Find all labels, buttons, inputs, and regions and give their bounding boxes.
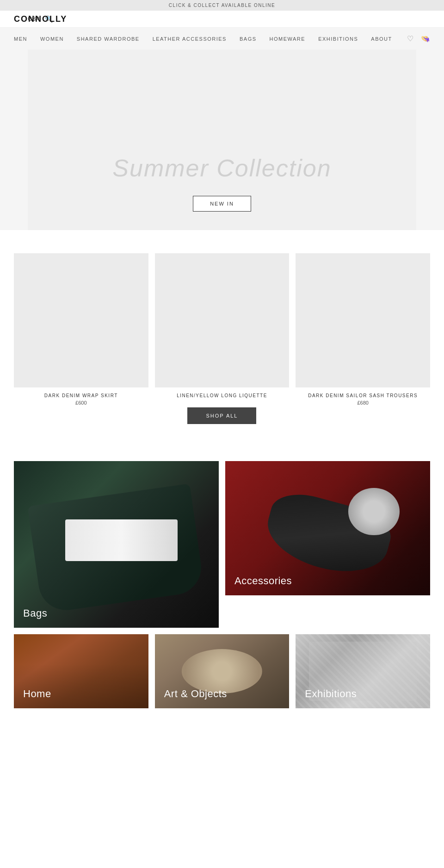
product-image-1[interactable]	[14, 253, 148, 387]
product-card-2: LINEN/YELLOW LONG LIQUETTE SHOP ALL	[155, 253, 290, 424]
nav-icons: ♡ 👒	[407, 34, 430, 43]
nav-item-men[interactable]: MEN	[14, 36, 27, 42]
nav-item-bags[interactable]: BAGS	[240, 36, 257, 42]
category-label-accessories: Accessories	[225, 567, 301, 595]
header-left: CONNOLLY GBP 🔍	[14, 15, 53, 23]
category-label-bags: Bags	[14, 599, 56, 628]
shop-all-button[interactable]: SHOP ALL	[187, 407, 256, 424]
category-label-art-objects: Art & Objects	[155, 680, 236, 708]
product-image-2[interactable]	[155, 253, 290, 387]
categories-section: Bags Accessories Home Art & Objects Exhi…	[0, 443, 444, 718]
product-card-1: DARK DENIM WRAP SKIRT £600	[14, 253, 148, 424]
nav-item-exhibitions[interactable]: EXHIBITIONS	[318, 36, 358, 42]
featured-categories-row: Bags Accessories	[14, 461, 430, 628]
category-card-bags[interactable]: Bags	[14, 461, 219, 628]
category-card-exhibitions[interactable]: Exhibitions	[296, 634, 430, 708]
product-name-2: LINEN/YELLOW LONG LIQUETTE	[177, 393, 267, 398]
cart-icon[interactable]: 👒	[421, 34, 430, 43]
logo[interactable]: CONNOLLY	[14, 14, 67, 24]
header: CONNOLLY GBP 🔍	[0, 11, 444, 28]
category-card-art-objects[interactable]: Art & Objects	[155, 634, 290, 708]
hero-title: Summer Collection	[112, 154, 331, 182]
products-grid: DARK DENIM WRAP SKIRT £600 LINEN/YELLOW …	[14, 253, 430, 424]
top-bar-message: CLICK & COLLECT AVAILABLE ONLINE	[169, 3, 275, 8]
nav-bar: MEN WOMEN SHARED WARDROBE LEATHER ACCESS…	[14, 28, 430, 50]
bottom-categories-row: Home Art & Objects Exhibitions	[14, 634, 430, 708]
category-card-home[interactable]: Home	[14, 634, 148, 708]
nav-wrapper: MEN WOMEN SHARED WARDROBE LEATHER ACCESS…	[0, 28, 444, 230]
hero-banner: Summer Collection NEW IN	[28, 50, 416, 230]
nav-item-about[interactable]: ABOUT	[371, 36, 392, 42]
category-label-exhibitions: Exhibitions	[296, 680, 366, 708]
products-section: DARK DENIM WRAP SKIRT £600 LINEN/YELLOW …	[0, 230, 444, 443]
product-name-3: DARK DENIM SAILOR SASH TROUSERS	[308, 393, 418, 398]
product-name-1: DARK DENIM WRAP SKIRT	[44, 393, 118, 398]
nav-item-shared-wardrobe[interactable]: SHARED WARDROBE	[77, 36, 140, 42]
product-card-3: DARK DENIM SAILOR SASH TROUSERS £680	[296, 253, 430, 424]
product-price-1: £600	[75, 400, 86, 406]
nav-item-homeware[interactable]: HOMEWARE	[270, 36, 306, 42]
product-image-3[interactable]	[296, 253, 430, 387]
nav-links: MEN WOMEN SHARED WARDROBE LEATHER ACCESS…	[14, 36, 392, 42]
nav-item-leather-accessories[interactable]: LEATHER ACCESSORIES	[153, 36, 227, 42]
nav-item-women[interactable]: WOMEN	[40, 36, 64, 42]
account-icon[interactable]: ♡	[407, 34, 413, 43]
category-label-home: Home	[14, 680, 61, 708]
hero-cta-button[interactable]: NEW IN	[193, 196, 251, 212]
product-price-3: £680	[357, 400, 368, 406]
category-card-accessories[interactable]: Accessories	[225, 461, 430, 595]
top-bar: CLICK & COLLECT AVAILABLE ONLINE	[0, 0, 444, 11]
